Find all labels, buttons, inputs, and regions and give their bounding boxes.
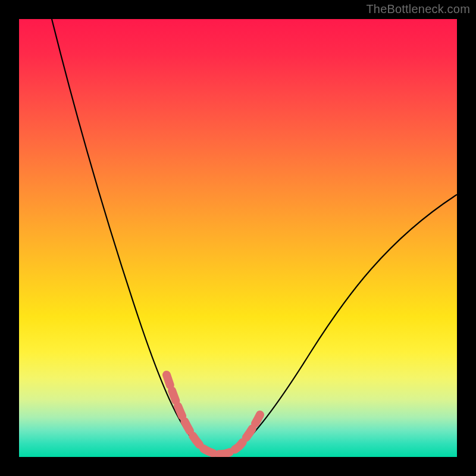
curve-layer (19, 19, 457, 457)
highlight-segment (167, 375, 260, 454)
chart-frame: TheBottleneck.com (0, 0, 476, 476)
plot-area (19, 19, 457, 457)
bottleneck-curve (52, 19, 457, 455)
watermark-text: TheBottleneck.com (366, 2, 470, 16)
